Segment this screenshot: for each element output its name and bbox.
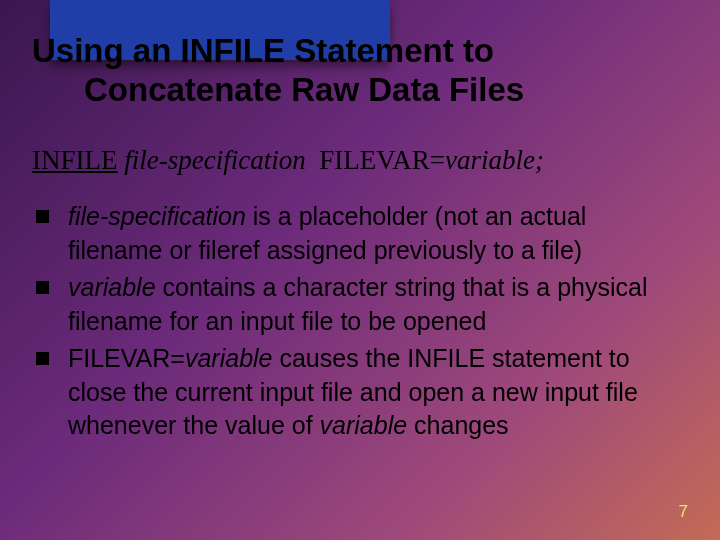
syntax-filevar-var: variable;: [445, 145, 544, 175]
page-number: 7: [679, 502, 688, 522]
title-line-2: Concatenate Raw Data Files: [32, 71, 670, 110]
slide-title: Using an INFILE Statement to Concatenate…: [32, 32, 670, 110]
list-item: variable contains a character string tha…: [36, 271, 676, 338]
bullet-prefix: FILEVAR=: [68, 344, 185, 372]
bullet-tail-italic: variable: [320, 411, 408, 439]
bullet-icon: [36, 210, 49, 223]
bullet-mid-italic: variable: [185, 344, 273, 372]
bullet-term: variable: [68, 273, 163, 301]
list-item: FILEVAR=variable causes the INFILE state…: [36, 342, 676, 443]
bullet-icon: [36, 281, 49, 294]
list-item: file-specification is a placeholder (not…: [36, 200, 676, 267]
bullet-term: file-specification: [68, 202, 246, 230]
slide: Using an INFILE Statement to Concatenate…: [0, 0, 720, 540]
bullet-tail-plain: changes: [407, 411, 508, 439]
syntax-filevar-kw: FILEVAR=: [319, 145, 445, 175]
syntax-filespec: file-specification: [124, 145, 305, 175]
syntax-infile: INFILE: [32, 145, 117, 175]
bullet-icon: [36, 352, 49, 365]
title-line-1: Using an INFILE Statement to: [32, 32, 494, 69]
syntax-line: INFILE file-specification FILEVAR=variab…: [32, 145, 680, 176]
bullet-list: file-specification is a placeholder (not…: [36, 200, 676, 447]
